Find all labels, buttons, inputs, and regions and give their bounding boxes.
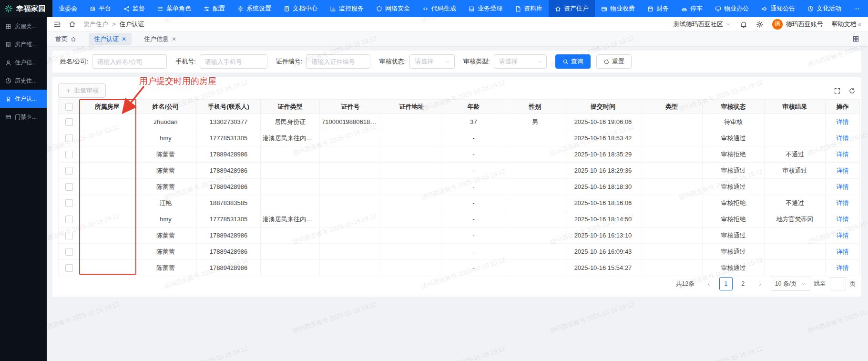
building-icon: [5, 41, 11, 48]
detail-link[interactable]: 详情: [837, 118, 849, 125]
detail-link[interactable]: 详情: [837, 248, 849, 255]
nav-item[interactable]: 平台: [83, 0, 117, 17]
nav-item[interactable]: 物业收费: [595, 0, 641, 17]
sidebar-item[interactable]: 门禁卡...: [0, 108, 47, 126]
nav-item[interactable]: 停车: [675, 0, 709, 17]
help-doc-link[interactable]: 帮助文档 «: [832, 20, 861, 29]
nav-item[interactable]: 监控服务: [324, 0, 370, 17]
row-checkbox[interactable]: [65, 151, 73, 158]
filter-select[interactable]: 请选择: [409, 54, 455, 69]
filter-input[interactable]: [92, 54, 167, 69]
search-button[interactable]: 查询: [555, 54, 591, 69]
tab-item[interactable]: 住户信息✕: [144, 35, 176, 43]
collapse-drawer-icon[interactable]: «: [858, 21, 861, 28]
filter-select[interactable]: 请选择: [494, 54, 547, 69]
sidebar-item-label: 历史住...: [15, 77, 37, 85]
breadcrumb-parent[interactable]: 资产住户: [83, 20, 108, 29]
cell-house: [80, 211, 135, 227]
close-icon[interactable]: ✕: [122, 36, 126, 42]
close-icon[interactable]: ✕: [172, 36, 176, 42]
community-select[interactable]: 测试德玛西亚社区: [674, 20, 731, 29]
layout-grid-icon[interactable]: [852, 35, 859, 42]
nav-item[interactable]: 系统设置: [231, 0, 277, 17]
prev-page-icon[interactable]: [702, 277, 715, 290]
nav-item[interactable]: 业委会: [52, 0, 83, 17]
top-navbar: 幸福家园 业委会平台监督菜单角色配置系统设置文档中心监控服务网络安全代码生成业务…: [0, 0, 868, 17]
home-icon: [555, 6, 561, 12]
sidebar-item[interactable]: 住户认...: [0, 90, 47, 108]
person-icon: [5, 60, 11, 66]
cell-house: [80, 260, 135, 276]
detail-link[interactable]: 详情: [837, 199, 849, 206]
row-checkbox[interactable]: [65, 167, 73, 175]
detail-link[interactable]: 详情: [837, 151, 849, 158]
detail-link[interactable]: 详情: [837, 134, 849, 142]
sidebar-item[interactable]: 住户信...: [0, 53, 47, 72]
detail-link[interactable]: 详情: [837, 216, 849, 223]
nav-item[interactable]: 业务受理: [462, 0, 509, 17]
nav-item[interactable]: 资料库: [509, 0, 549, 17]
batch-audit-button[interactable]: 批量审核: [58, 83, 106, 98]
tab-active[interactable]: 住户认证✕: [89, 33, 132, 45]
row-checkbox[interactable]: [65, 216, 73, 223]
nav-item[interactable]: 网络安全: [370, 0, 416, 17]
nav-item[interactable]: 文化活动: [801, 0, 848, 17]
nav-item[interactable]: 资产住户: [549, 0, 595, 17]
tab-item[interactable]: 首页: [55, 35, 76, 43]
filter-input[interactable]: [306, 54, 370, 69]
page-size-select[interactable]: 10 条/页: [771, 277, 810, 291]
table-refresh-icon[interactable]: [848, 87, 856, 94]
cell-name: 陈蕾蕾: [135, 244, 197, 260]
sidebar-item[interactable]: 房屋类...: [0, 17, 47, 35]
gear-icon[interactable]: [756, 21, 764, 28]
sidebar-item[interactable]: 历史住...: [0, 72, 47, 90]
row-checkbox[interactable]: [65, 134, 73, 142]
next-page-icon[interactable]: [754, 277, 767, 290]
row-checkbox[interactable]: [65, 118, 73, 126]
cell-gender: [505, 130, 565, 146]
nav-item[interactable]: 菜单角色: [151, 0, 197, 17]
detail-link[interactable]: 详情: [837, 232, 849, 239]
page-number[interactable]: 1: [719, 277, 733, 290]
nav-item[interactable]: 财务: [641, 0, 675, 17]
sidebar-item[interactable]: 房产维...: [0, 35, 47, 53]
cell-phone: 17889428986: [197, 179, 261, 195]
nav-item[interactable]: 通知公告: [755, 0, 801, 17]
nav-overflow-item[interactable]: [848, 0, 866, 17]
reset-button[interactable]: 重置: [596, 54, 632, 69]
cell-phone: 17778531305: [197, 130, 261, 146]
nav-item[interactable]: 监督: [117, 0, 151, 17]
row-checkbox[interactable]: [65, 264, 73, 272]
detail-link[interactable]: 详情: [837, 183, 849, 190]
chevron-down-icon: [537, 59, 542, 64]
jump-page-input[interactable]: [830, 277, 846, 290]
bell-icon[interactable]: [740, 21, 747, 28]
app-logo[interactable]: 幸福家园: [0, 0, 52, 17]
nav-item-label: 财务: [656, 4, 669, 13]
row-checkbox[interactable]: [65, 232, 73, 239]
tab-bar: 首页住户认证✕住户信息✕: [47, 31, 868, 47]
row-checkbox[interactable]: [65, 183, 73, 191]
row-checkbox[interactable]: [65, 199, 73, 207]
home-icon[interactable]: [69, 21, 76, 28]
detail-link[interactable]: 详情: [837, 264, 849, 271]
account-menu[interactable]: 德 德玛西亚账号: [772, 19, 823, 30]
detail-link[interactable]: 详情: [837, 167, 849, 174]
row-checkbox[interactable]: [65, 248, 73, 256]
page-number[interactable]: 2: [736, 277, 750, 290]
tab-label: 首页: [55, 35, 68, 43]
nav-item[interactable]: 物业办公: [709, 0, 755, 17]
nav-item[interactable]: 文档中心: [277, 0, 324, 17]
nav-item[interactable]: 代码生成: [416, 0, 462, 17]
cell-age: -: [442, 179, 505, 195]
select-all-checkbox[interactable]: [65, 103, 73, 111]
cell-time: 2025-10-16 16:13:10: [565, 227, 641, 244]
menu-fold-icon[interactable]: [53, 21, 61, 28]
nav-item[interactable]: 配置: [197, 0, 231, 17]
cell-cert_no: [320, 260, 381, 276]
cell-result: [765, 114, 826, 130]
pagination: 共12条1210 条/页跳至页: [58, 277, 856, 291]
cell-house: [80, 130, 135, 146]
filter-input[interactable]: [200, 54, 267, 69]
fullscreen-icon[interactable]: [834, 87, 841, 94]
